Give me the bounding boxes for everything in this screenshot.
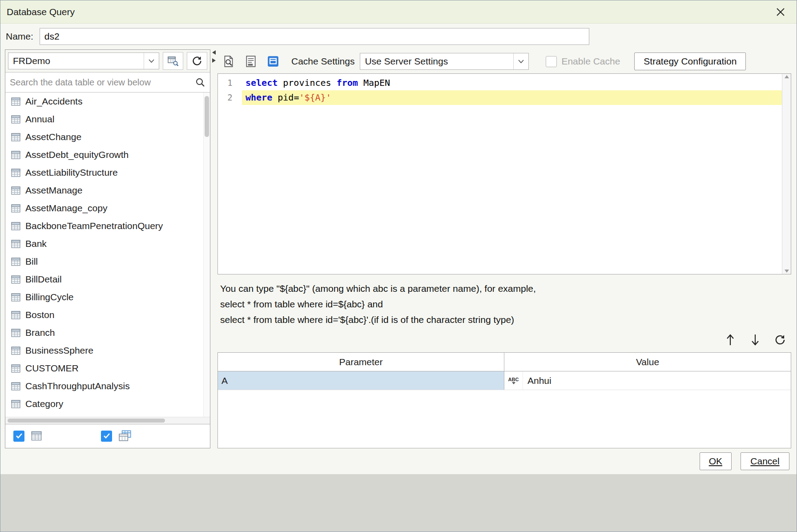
search-input[interactable] (10, 77, 195, 88)
list-vertical-scrollbar[interactable] (203, 93, 210, 417)
parameter-rows: A ABC Anhui (218, 371, 791, 390)
sql-lines: 1 select provinces from MapEN 2 where pi… (218, 74, 782, 274)
table-icon (11, 239, 21, 249)
cache-icon (267, 55, 279, 68)
table-list-item[interactable]: Client (5, 413, 203, 417)
table-list-item[interactable]: CashThroughputAnalysis (5, 377, 203, 395)
table-list-wrap: Air_Accidents Annual AssetChange (5, 93, 210, 417)
ok-button[interactable]: OK (700, 452, 732, 470)
table-icon (11, 381, 21, 391)
table-list-item[interactable]: AssetManage_copy (5, 199, 203, 217)
table-icon (11, 150, 21, 160)
table-icon (11, 399, 21, 409)
dialog-body: FRDemo (0, 49, 797, 448)
collapse-right-icon[interactable] (212, 58, 216, 63)
table-list-item[interactable]: BillingCycle (5, 288, 203, 306)
sql-code-line[interactable]: 2 where pid='${A}' (218, 90, 782, 105)
param-move-down-button[interactable] (748, 332, 763, 347)
window-bottom-edge (0, 474, 797, 532)
table-list-item[interactable]: BillDetail (5, 270, 203, 288)
name-input[interactable] (40, 28, 589, 45)
table-list-item[interactable]: Bill (5, 253, 203, 270)
table-name: Boston (25, 310, 54, 320)
format-sql-icon (244, 55, 258, 68)
table-list-item[interactable]: AssetLiabilityStructure (5, 164, 203, 181)
param-refresh-button[interactable] (773, 332, 788, 347)
table-list-item[interactable]: BusinessSphere (5, 342, 203, 359)
table-icon (11, 221, 21, 231)
format-sql-button[interactable] (242, 53, 259, 70)
sql-code-line[interactable]: 1 select provinces from MapEN (218, 76, 782, 90)
cache-settings-label: Cache Settings (291, 56, 354, 67)
cancel-button[interactable]: Cancel (741, 452, 789, 470)
table-icon (11, 310, 21, 320)
preview-button[interactable] (220, 53, 237, 70)
strategy-configuration-button[interactable]: Strategy Configuration (634, 52, 746, 70)
connection-select[interactable]: FRDemo (8, 52, 159, 69)
check-icon (16, 433, 23, 439)
show-views-checkbox[interactable] (101, 431, 112, 442)
table-icon (11, 346, 21, 356)
scroll-down-icon[interactable] (785, 270, 789, 273)
view-type-icon (118, 430, 133, 442)
table-list-item[interactable]: Branch (5, 324, 203, 342)
table-list-item[interactable]: Bank (5, 235, 203, 253)
titlebar: Database Query (0, 0, 797, 24)
panel-splitter[interactable] (210, 49, 217, 448)
help-line: You can type "${abc}" (among which abc i… (220, 281, 791, 296)
table-icon (11, 168, 21, 178)
cache-button[interactable] (265, 53, 282, 70)
parameter-name-cell[interactable]: A (218, 371, 504, 390)
table-icon (11, 114, 21, 125)
line-number: 2 (218, 90, 242, 105)
close-icon (776, 7, 785, 17)
search-icon (195, 77, 205, 88)
enable-cache-checkbox[interactable] (546, 56, 557, 67)
table-list-item[interactable]: AssetDebt_equityGrowth (5, 146, 203, 164)
scrollbar-thumb[interactable] (8, 419, 165, 423)
close-button[interactable] (771, 2, 790, 22)
table-icon (11, 132, 21, 142)
value-header-cell: Value (504, 353, 791, 371)
collapse-left-icon[interactable] (212, 50, 216, 55)
connection-config-button[interactable] (163, 52, 183, 70)
editor-scrollbar[interactable] (782, 74, 791, 274)
table-list-item[interactable]: CUSTOMER (5, 359, 203, 377)
table-name: AssetManage_copy (25, 203, 107, 214)
parameter-table-header: Parameter Value (218, 353, 791, 371)
table-list-item[interactable]: Boston (5, 306, 203, 324)
table-list-item[interactable]: Annual (5, 110, 203, 128)
help-text: You can type "${abc}" (among which abc i… (217, 274, 791, 327)
table-list-item[interactable]: AssetChange (5, 128, 203, 146)
table-icon (11, 363, 21, 374)
table-name: BackboneTeamPenetrationQuery (25, 221, 163, 231)
list-horizontal-scrollbar[interactable] (5, 417, 210, 424)
table-name: CashThroughputAnalysis (25, 381, 130, 391)
help-line: select * from table where id=${abc} and (220, 296, 791, 312)
table-name: AssetLiabilityStructure (25, 167, 118, 178)
refresh-connection-button[interactable] (187, 52, 207, 70)
param-type-string-icon[interactable]: ABC (504, 371, 523, 390)
table-list-item[interactable]: Air_Accidents (5, 93, 203, 110)
cache-settings-select[interactable]: Use Server Settings (360, 53, 529, 70)
table-list-item[interactable]: AssetManage (5, 181, 203, 199)
table-list-item[interactable]: Category (5, 395, 203, 413)
scrollbar-thumb[interactable] (205, 96, 209, 137)
parameter-row[interactable]: A ABC Anhui (218, 371, 791, 390)
param-move-up-button[interactable] (723, 332, 738, 347)
left-panel: FRDemo (5, 49, 210, 448)
table-list: Air_Accidents Annual AssetChange (5, 93, 203, 417)
preview-icon (222, 55, 235, 68)
scroll-up-icon[interactable] (785, 75, 789, 78)
parameter-value-cell[interactable]: ABC Anhui (504, 371, 791, 390)
right-panel: Cache Settings Use Server Settings Enabl… (217, 49, 791, 448)
table-name: AssetManage (25, 185, 82, 196)
connection-select-value: FRDemo (13, 56, 50, 66)
table-list-item[interactable]: BackboneTeamPenetrationQuery (5, 217, 203, 235)
check-icon (103, 433, 110, 439)
search-row (5, 72, 210, 93)
enable-cache-label: Enable Cache (561, 56, 620, 67)
show-tables-checkbox[interactable] (13, 431, 24, 442)
connection-config-icon (167, 56, 179, 67)
sql-editor[interactable]: 1 select provinces from MapEN 2 where pi… (217, 73, 791, 274)
